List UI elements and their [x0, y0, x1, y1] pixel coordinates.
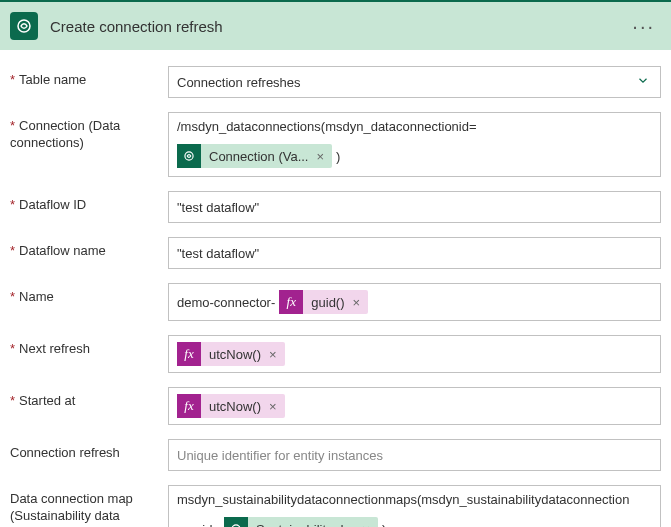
chevron-down-icon: [636, 74, 650, 91]
next-refresh-input[interactable]: fx utcNow() ×: [168, 335, 661, 373]
table-name-select[interactable]: Connection refreshes: [168, 66, 661, 98]
card-menu-button[interactable]: ···: [626, 15, 661, 38]
label-connection-refresh: Connection refresh: [10, 439, 168, 462]
table-name-value: Connection refreshes: [177, 75, 301, 90]
label-data-connection-map: Data connection map (Sustainability data: [10, 485, 168, 525]
close-icon[interactable]: ×: [351, 296, 363, 309]
close-icon[interactable]: ×: [314, 150, 326, 163]
svg-point-0: [18, 20, 30, 32]
name-input[interactable]: demo-connector- fx guid() ×: [168, 283, 661, 321]
label-started-at: Started at: [10, 387, 168, 410]
close-paren: ): [382, 522, 386, 528]
token-label: Sustainability d...: [254, 522, 354, 528]
connection-refresh-input[interactable]: Unique identifier for entity instances: [168, 439, 661, 471]
dataflow-id-value: "test dataflow": [177, 200, 259, 215]
close-paren: ): [336, 149, 340, 164]
started-at-input[interactable]: fx utcNow() ×: [168, 387, 661, 425]
close-icon[interactable]: ×: [267, 400, 279, 413]
token-label: utcNow(): [207, 347, 261, 362]
utcnow-token[interactable]: fx utcNow() ×: [177, 394, 285, 418]
close-icon[interactable]: ×: [360, 523, 372, 528]
connection-field[interactable]: /msdyn_dataconnections(msdyn_dataconnect…: [168, 112, 661, 177]
connector-icon: [10, 12, 38, 40]
token-label: Connection (Va...: [207, 149, 308, 164]
label-dataflow-name: Dataflow name: [10, 237, 168, 260]
connection-token[interactable]: Connection (Va... ×: [177, 144, 332, 168]
dataflow-name-input[interactable]: "test dataflow": [168, 237, 661, 269]
map-prefix: mapid=: [177, 522, 220, 528]
connector-icon: [177, 144, 201, 168]
fx-icon: fx: [279, 290, 303, 314]
label-name: Name: [10, 283, 168, 306]
sustainability-token[interactable]: Sustainability d... ×: [224, 517, 378, 527]
card-header: Create connection refresh ···: [0, 0, 671, 50]
form-body: Table name Connection refreshes Connecti…: [0, 50, 671, 527]
data-connection-map-input[interactable]: msdyn_sustainabilitydataconnectionmaps(m…: [168, 485, 661, 527]
dataflow-name-value: "test dataflow": [177, 246, 259, 261]
label-dataflow-id: Dataflow ID: [10, 191, 168, 214]
card-title: Create connection refresh: [50, 18, 626, 35]
token-label: utcNow(): [207, 399, 261, 414]
label-connection: Connection (Data connections): [10, 112, 168, 152]
utcnow-token[interactable]: fx utcNow() ×: [177, 342, 285, 366]
label-table-name: Table name: [10, 66, 168, 89]
name-prefix: demo-connector-: [177, 295, 275, 310]
guid-token[interactable]: fx guid() ×: [279, 290, 368, 314]
svg-point-1: [185, 152, 193, 160]
fx-icon: fx: [177, 342, 201, 366]
fx-icon: fx: [177, 394, 201, 418]
connector-icon: [224, 517, 248, 527]
token-label: guid(): [309, 295, 344, 310]
map-path-line1: msdyn_sustainabilitydataconnectionmaps(m…: [177, 492, 652, 511]
connection-refresh-placeholder: Unique identifier for entity instances: [177, 448, 383, 463]
dataflow-id-input[interactable]: "test dataflow": [168, 191, 661, 223]
close-icon[interactable]: ×: [267, 348, 279, 361]
connection-path: /msdyn_dataconnections(msdyn_dataconnect…: [177, 119, 652, 138]
label-next-refresh: Next refresh: [10, 335, 168, 358]
